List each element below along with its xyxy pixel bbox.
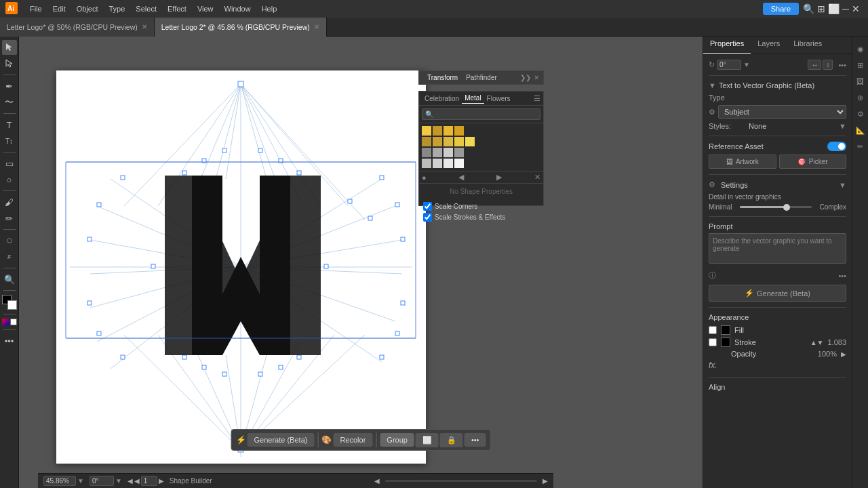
tab-1-close[interactable]: ✕ bbox=[142, 23, 147, 30]
menu-object[interactable]: Object bbox=[71, 3, 104, 14]
swatch-color[interactable] bbox=[454, 126, 464, 136]
tool-rectangle[interactable]: ▭ bbox=[2, 156, 17, 171]
menu-effect[interactable]: Effect bbox=[162, 3, 192, 14]
rotate-input[interactable] bbox=[717, 60, 741, 70]
swatch-color[interactable] bbox=[433, 126, 442, 136]
tool-blend[interactable]: ⬡ bbox=[2, 233, 17, 248]
reference-toggle[interactable] bbox=[827, 142, 846, 151]
layers-tab[interactable]: Layers bbox=[751, 37, 787, 54]
fill-checkbox[interactable] bbox=[709, 326, 717, 334]
swatch-color[interactable] bbox=[422, 148, 431, 157]
styles-arrow[interactable]: ▼ bbox=[839, 122, 846, 130]
detail-slider[interactable] bbox=[740, 206, 812, 208]
menu-file[interactable]: File bbox=[24, 3, 47, 14]
minimize-icon[interactable]: ─ bbox=[842, 3, 849, 14]
arrange-panels-icon[interactable]: ⊞ bbox=[817, 3, 825, 14]
pathfinder-tab[interactable]: Pathfinder bbox=[462, 73, 501, 83]
properties-tab[interactable]: Properties bbox=[703, 37, 751, 54]
color-btn[interactable] bbox=[2, 319, 9, 325]
transform-close-icon[interactable]: ✕ bbox=[534, 74, 539, 81]
generate-beta-button[interactable]: Generate (Beta) bbox=[248, 433, 315, 447]
stroke-arrows[interactable]: ▲▼ bbox=[810, 339, 824, 346]
artwork-button[interactable]: 🖼 Artwork bbox=[709, 155, 776, 169]
tab-2-close[interactable]: ✕ bbox=[314, 23, 319, 30]
swatch-color[interactable] bbox=[422, 126, 431, 136]
close-icon[interactable]: ✕ bbox=[852, 3, 860, 14]
swatch-color[interactable] bbox=[443, 159, 453, 168]
tool-ellipse[interactable]: ○ bbox=[2, 172, 17, 187]
swatch-color[interactable] bbox=[433, 137, 442, 146]
swatch-tab-celebration[interactable]: Celebration bbox=[422, 94, 462, 104]
swatch-menu-icon[interactable]: ☰ bbox=[534, 94, 540, 103]
menu-window[interactable]: Window bbox=[219, 3, 256, 14]
panel-icon-5[interactable]: ⚙ bbox=[854, 107, 867, 121]
zoom-input[interactable] bbox=[43, 476, 76, 486]
swatch-color[interactable] bbox=[422, 159, 431, 168]
flip-v-button[interactable]: ↕ bbox=[823, 60, 833, 70]
tool-pencil[interactable]: ✏ bbox=[2, 211, 17, 226]
scroll-bar[interactable] bbox=[385, 480, 537, 482]
swatch-back-icon[interactable]: ◀ bbox=[458, 173, 464, 182]
lock-button[interactable]: 🔒 bbox=[440, 433, 463, 447]
page-fwd-icon[interactable]: ▶ bbox=[159, 477, 164, 485]
swatch-color[interactable] bbox=[433, 159, 442, 168]
settings-arrow[interactable]: ▼ bbox=[839, 181, 846, 189]
swatch-color[interactable] bbox=[465, 137, 475, 146]
menu-view[interactable]: View bbox=[192, 3, 219, 14]
recolor-button[interactable]: Recolor bbox=[333, 433, 372, 447]
angle-arrow[interactable]: ▼ bbox=[115, 477, 122, 485]
tool-direct-select[interactable] bbox=[2, 56, 17, 71]
panel-icon-2[interactable]: ⊞ bbox=[854, 58, 867, 72]
tool-zoom[interactable]: 🔍 bbox=[2, 272, 17, 287]
angle-input[interactable] bbox=[90, 476, 114, 486]
panel-icon-4[interactable]: ⊕ bbox=[854, 91, 867, 104]
swatch-search-input[interactable] bbox=[422, 108, 540, 120]
arrange-button[interactable]: ⬜ bbox=[416, 433, 439, 447]
swatch-tab-flowers[interactable]: Flowers bbox=[484, 94, 513, 104]
tool-mesh[interactable]: # bbox=[2, 249, 17, 264]
page-prev-icon[interactable]: ◀ bbox=[127, 477, 133, 485]
menu-edit[interactable]: Edit bbox=[47, 3, 71, 14]
stroke-checkbox[interactable] bbox=[709, 338, 717, 346]
more-options-icon[interactable]: ••• bbox=[838, 61, 846, 69]
subject-select[interactable]: Subject bbox=[718, 105, 846, 119]
swatch-prev-icon[interactable]: ● bbox=[422, 174, 427, 182]
opacity-arrow[interactable]: ▶ bbox=[841, 350, 846, 358]
tool-type-vertical[interactable]: T↕ bbox=[2, 134, 17, 148]
fill-stroke-swatch[interactable] bbox=[2, 295, 17, 310]
status-nav-left[interactable]: ◀ bbox=[374, 477, 380, 485]
swatch-color[interactable] bbox=[443, 137, 453, 146]
tool-more[interactable]: ••• bbox=[2, 333, 17, 348]
menu-help[interactable]: Help bbox=[256, 3, 283, 14]
more-icon[interactable]: ••• bbox=[838, 272, 846, 280]
fill-swatch[interactable] bbox=[721, 325, 730, 335]
ttv-collapse-icon[interactable]: ▼ bbox=[709, 81, 716, 89]
panel-icon-6[interactable]: 📐 bbox=[854, 123, 867, 137]
search-icon[interactable]: 🔍 bbox=[803, 3, 814, 14]
panel-icon-7[interactable]: ✏ bbox=[854, 140, 867, 153]
panel-icon-3[interactable]: 🖼 bbox=[854, 75, 867, 88]
swatch-color[interactable] bbox=[433, 148, 442, 157]
tab-1[interactable]: Letter Logo* @ 50% (RGB/CPU Preview) ✕ bbox=[0, 18, 155, 37]
panel-icon-1[interactable]: ◉ bbox=[854, 42, 867, 56]
tool-pen[interactable]: ✒ bbox=[2, 79, 17, 94]
transform-tab[interactable]: Transform bbox=[423, 73, 462, 83]
generate-button[interactable]: ⚡ Generate (Beta) bbox=[709, 285, 846, 302]
swatch-fwd-icon[interactable]: ▶ bbox=[496, 173, 502, 182]
transform-expand-icon[interactable]: ❯❯ bbox=[520, 74, 531, 81]
resize-icon[interactable]: ⬜ bbox=[828, 3, 840, 14]
share-button[interactable]: Share bbox=[763, 3, 799, 15]
menu-type[interactable]: Type bbox=[104, 3, 131, 14]
scale-corners-checkbox[interactable] bbox=[423, 202, 432, 211]
swatch-color[interactable] bbox=[443, 126, 453, 136]
picker-button[interactable]: 🎯 Picker bbox=[779, 155, 847, 169]
zoom-arrow[interactable]: ▼ bbox=[77, 477, 84, 485]
scale-strokes-checkbox[interactable] bbox=[423, 213, 432, 222]
libraries-tab[interactable]: Libraries bbox=[787, 37, 829, 54]
more-button[interactable]: ••• bbox=[465, 433, 486, 447]
swatch-color[interactable] bbox=[443, 148, 453, 157]
group-button[interactable]: Group bbox=[380, 433, 414, 447]
swatch-color[interactable] bbox=[422, 137, 431, 146]
flip-h-button[interactable]: ↔ bbox=[808, 60, 821, 70]
tool-type[interactable]: T bbox=[2, 117, 17, 132]
